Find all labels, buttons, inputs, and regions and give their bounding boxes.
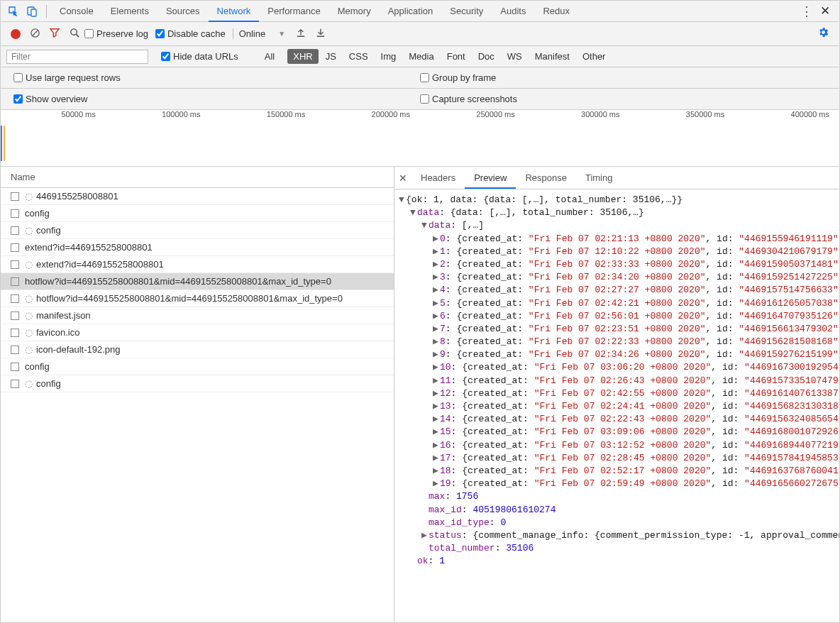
main-tab-security[interactable]: Security	[441, 1, 492, 21]
tree-row[interactable]: ▶12: {created_at: "Fri Feb 07 02:42:55 +…	[397, 387, 836, 400]
main-tab-elements[interactable]: Elements	[102, 1, 158, 21]
request-row[interactable]: ◌extend?id=4469155258008801	[1, 256, 394, 273]
expand-caret-icon[interactable]: ▶	[433, 375, 440, 387]
throttling-select[interactable]: Online ▼	[233, 28, 291, 39]
expand-caret-icon[interactable]: ▶	[433, 361, 440, 374]
checkbox-icon[interactable]	[11, 243, 19, 252]
type-filter-doc[interactable]: Doc	[472, 49, 500, 64]
request-row[interactable]: extend?id=4469155258008801	[1, 239, 394, 256]
request-row[interactable]: ◌favicon.ico	[1, 324, 394, 341]
expand-caret-icon[interactable]: ▶	[433, 439, 440, 452]
expand-caret-icon[interactable]: ▶	[433, 452, 440, 465]
tree-row[interactable]: ▶10: {created_at: "Fri Feb 07 03:06:20 +…	[397, 361, 836, 374]
inspect-icon[interactable]	[5, 3, 22, 20]
checkbox-icon[interactable]	[11, 277, 19, 286]
checkbox-icon[interactable]	[11, 209, 19, 218]
preview-body[interactable]: ▼{ok: 1, data: {data: [,…], total_number…	[394, 189, 839, 623]
expand-caret-icon[interactable]: ▶	[433, 310, 440, 323]
tree-row[interactable]: ▶9: {created_at: "Fri Feb 07 02:34:26 +0…	[397, 348, 836, 361]
tree-row[interactable]: ▶5: {created_at: "Fri Feb 07 02:42:21 +0…	[397, 297, 836, 310]
expand-caret-icon[interactable]: ▶	[433, 400, 440, 413]
tree-row[interactable]: ▶4: {created_at: "Fri Feb 07 02:27:27 +0…	[397, 284, 836, 297]
expand-caret-icon[interactable]: ▼	[399, 194, 406, 206]
checkbox-icon[interactable]	[11, 329, 19, 337]
close-detail-icon[interactable]: ✕	[399, 172, 407, 184]
tree-row[interactable]: ▶status: {comment_manage_info: {comment_…	[397, 529, 836, 542]
record-icon[interactable]	[11, 29, 21, 39]
main-tab-memory[interactable]: Memory	[329, 1, 380, 21]
tree-row[interactable]: max: 1756	[397, 490, 836, 503]
main-tab-redux[interactable]: Redux	[534, 1, 578, 21]
request-row[interactable]: config	[1, 358, 394, 375]
expand-caret-icon[interactable]: ▶	[433, 297, 440, 310]
tree-row[interactable]: ▶0: {created_at: "Fri Feb 07 02:21:13 +0…	[397, 233, 836, 246]
tree-row[interactable]: ▶11: {created_at: "Fri Feb 07 02:26:43 +…	[397, 375, 836, 387]
tree-row[interactable]: ▼data: [,…]	[397, 219, 836, 232]
detail-tab-preview[interactable]: Preview	[465, 168, 516, 189]
expand-caret-icon[interactable]: ▶	[433, 426, 440, 439]
type-filter-img[interactable]: Img	[375, 49, 402, 64]
request-row[interactable]: ◌hotflow?id=4469155258008801&mid=4469155…	[1, 290, 394, 307]
clear-icon[interactable]	[28, 28, 41, 40]
checkbox-icon[interactable]	[11, 260, 19, 269]
tree-row[interactable]: ▶14: {created_at: "Fri Feb 07 02:22:43 +…	[397, 413, 836, 426]
tree-row[interactable]: ▶6: {created_at: "Fri Feb 07 02:56:01 +0…	[397, 310, 836, 323]
type-filter-media[interactable]: Media	[403, 49, 439, 64]
disable-cache-checkbox[interactable]	[155, 29, 165, 38]
request-row[interactable]: config	[1, 205, 394, 222]
tree-row[interactable]: ▶15: {created_at: "Fri Feb 07 03:09:06 +…	[397, 426, 836, 439]
expand-caret-icon[interactable]: ▶	[433, 413, 440, 426]
expand-caret-icon[interactable]: ▶	[433, 233, 440, 246]
tree-row[interactable]: max_id_type: 0	[397, 517, 836, 529]
detail-tab-headers[interactable]: Headers	[411, 168, 465, 187]
filter-input[interactable]	[6, 50, 148, 64]
detail-tab-response[interactable]: Response	[516, 168, 576, 187]
device-toggle-icon[interactable]	[23, 3, 40, 20]
tree-row[interactable]: ▶16: {created_at: "Fri Feb 07 03:12:52 +…	[397, 439, 836, 452]
tree-row[interactable]: ▶1: {created_at: "Fri Feb 07 12:10:22 +0…	[397, 246, 836, 258]
expand-caret-icon[interactable]: ▶	[433, 246, 440, 258]
expand-caret-icon[interactable]: ▶	[421, 529, 429, 542]
group-frame-checkbox[interactable]	[420, 73, 429, 82]
tree-row[interactable]: max_id: 405198061610274	[397, 504, 836, 517]
type-filter-other[interactable]: Other	[577, 49, 612, 64]
expand-caret-icon[interactable]: ▶	[433, 323, 440, 336]
show-overview-checkbox[interactable]	[13, 94, 23, 104]
main-tab-network[interactable]: Network	[209, 1, 260, 22]
tree-row[interactable]: ▶2: {created_at: "Fri Feb 07 02:33:33 +0…	[397, 258, 836, 271]
main-tab-application[interactable]: Application	[380, 1, 442, 21]
tree-row[interactable]: ▼{ok: 1, data: {data: [,…], total_number…	[397, 194, 836, 206]
expand-caret-icon[interactable]: ▼	[421, 219, 429, 232]
overview-timeline[interactable]: 50000 ms100000 ms150000 ms200000 ms25000…	[1, 110, 839, 167]
kebab-menu-icon[interactable]: ⋮	[798, 3, 815, 20]
hide-data-urls-checkbox[interactable]	[161, 52, 170, 61]
main-tab-sources[interactable]: Sources	[158, 1, 209, 21]
detail-tab-timing[interactable]: Timing	[576, 168, 622, 187]
main-tab-console[interactable]: Console	[51, 1, 102, 21]
checkbox-icon[interactable]	[11, 363, 19, 371]
settings-icon[interactable]	[817, 26, 834, 42]
request-row[interactable]: ◌4469155258008801	[1, 188, 394, 205]
tree-row[interactable]: ▼data: {data: [,…], total_number: 35106,…	[397, 206, 836, 219]
filter-icon[interactable]	[48, 28, 61, 40]
type-filter-js[interactable]: JS	[320, 49, 342, 64]
upload-icon[interactable]	[294, 28, 307, 40]
request-row[interactable]: ◌icon-default-192.png	[1, 341, 394, 358]
request-row[interactable]: ◌config	[1, 375, 394, 392]
tree-row[interactable]: ▶17: {created_at: "Fri Feb 07 02:28:45 +…	[397, 452, 836, 465]
preserve-log-checkbox[interactable]	[84, 29, 94, 38]
close-devtools-icon[interactable]: ✕	[817, 3, 834, 20]
checkbox-icon[interactable]	[11, 294, 19, 303]
type-filter-all[interactable]: All	[259, 49, 280, 64]
expand-caret-icon[interactable]: ▶	[433, 284, 440, 297]
type-filter-ws[interactable]: WS	[502, 49, 528, 64]
expand-caret-icon[interactable]: ▶	[433, 478, 440, 490]
download-icon[interactable]	[314, 28, 327, 40]
capture-checkbox[interactable]	[420, 94, 429, 104]
tree-row[interactable]: ▶18: {created_at: "Fri Feb 07 02:52:17 +…	[397, 465, 836, 478]
request-row[interactable]: ◌config	[1, 222, 394, 239]
checkbox-icon[interactable]	[11, 192, 19, 201]
name-column-header[interactable]: Name	[1, 167, 394, 188]
expand-caret-icon[interactable]: ▼	[410, 206, 417, 219]
main-tab-performance[interactable]: Performance	[259, 1, 328, 21]
